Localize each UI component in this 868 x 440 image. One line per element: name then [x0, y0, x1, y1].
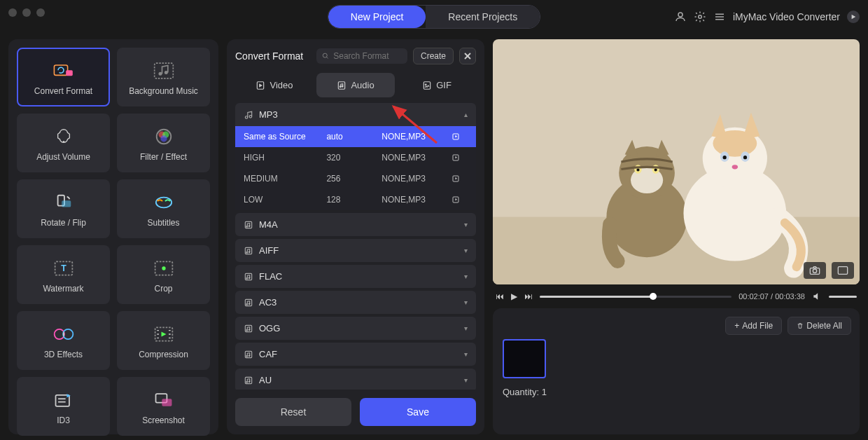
tool-crop[interactable]: Crop [117, 245, 210, 304]
format-header-ac3[interactable]: AC3▾ [235, 291, 476, 314]
chevron-down-icon: ▾ [464, 298, 468, 306]
format-name: OGG [259, 323, 280, 334]
export-icon[interactable] [451, 153, 461, 163]
format-group-ac3: AC3▾ [235, 291, 476, 314]
tab-gif[interactable]: GIF [398, 73, 476, 97]
format-group-ogg: OGG▾ [235, 317, 476, 340]
panel-title: Convert Format [235, 50, 303, 62]
chevron-down-icon: ▾ [464, 221, 468, 228]
preview-image [493, 39, 860, 284]
app-play-icon[interactable] [847, 11, 860, 23]
format-header-au[interactable]: AU▾ [235, 369, 476, 390]
search-format[interactable] [316, 48, 407, 64]
format-header-mp3[interactable]: MP3▴ [235, 103, 476, 126]
format-header-flac[interactable]: FLAC▾ [235, 265, 476, 288]
screenshot-icon [153, 390, 175, 410]
chevron-up-icon: ▴ [464, 111, 468, 118]
quantity-label: Quantity: 1 [503, 387, 850, 397]
tab-new-project[interactable]: New Project [328, 6, 426, 28]
format-header-ogg[interactable]: OGG▾ [235, 317, 476, 340]
tool-rotate[interactable]: Rotate / Flip [17, 179, 110, 238]
tool-sidebar: Convert FormatBackground MusicAdjust Vol… [8, 39, 218, 434]
tab-video[interactable]: Video [235, 73, 314, 97]
volume-slider[interactable] [829, 296, 857, 298]
quality-row[interactable]: LOW128NONE,MP3 [235, 189, 476, 210]
project-tabs: New Project Recent Projects [328, 5, 540, 29]
video-file-icon [255, 81, 265, 90]
seek-thumb[interactable] [650, 293, 657, 300]
tool-id3[interactable]: ID3 [17, 377, 110, 436]
format-accordion[interactable]: MP3▴Same as SourceautoNONE,MP3HIGH320NON… [235, 103, 476, 390]
tool-subtitles[interactable]: Subtitles [117, 179, 210, 238]
format-group-mp3: MP3▴Same as SourceautoNONE,MP3HIGH320NON… [235, 103, 476, 210]
quality-row[interactable]: HIGH320NONE,MP3 [235, 147, 476, 168]
menu-icon[interactable] [713, 11, 726, 23]
fullscreen-icon [837, 266, 848, 275]
tool-convert[interactable]: Convert Format [17, 48, 110, 106]
video-preview[interactable] [493, 39, 860, 284]
tool-screenshot[interactable]: Screenshot [117, 377, 210, 436]
export-icon[interactable] [451, 174, 461, 184]
format-group-m4a: M4A▾ [235, 213, 476, 236]
save-button[interactable]: Save [360, 398, 476, 426]
svg-line-33 [326, 57, 328, 58]
format-header-aiff[interactable]: AIFF▾ [235, 239, 476, 262]
tab-recent-projects[interactable]: Recent Projects [426, 6, 540, 28]
tool-watermark[interactable]: TWatermark [17, 245, 110, 304]
format-group-caf: CAF▾ [235, 343, 476, 366]
svg-point-40 [342, 85, 344, 87]
format-name: AU [259, 375, 272, 385]
quality-codec: NONE,MP3 [382, 174, 451, 184]
svg-point-90 [723, 156, 727, 159]
format-name: M4A [259, 219, 278, 230]
file-thumbnail[interactable] [503, 339, 546, 378]
fullscreen-button[interactable] [832, 262, 854, 279]
volume-icon[interactable] [812, 291, 822, 301]
svg-point-57 [248, 277, 250, 278]
file-actions: + Add File Delete All [725, 317, 851, 335]
play-button[interactable]: ▶ [511, 291, 517, 301]
delete-all-button[interactable]: Delete All [788, 317, 851, 335]
export-icon[interactable] [451, 132, 461, 142]
id3-icon [52, 390, 75, 410]
user-icon[interactable] [674, 11, 687, 23]
svg-point-82 [654, 168, 657, 171]
tool-music[interactable]: Background Music [117, 48, 210, 106]
svg-marker-5 [852, 15, 856, 19]
subtitles-icon [153, 193, 175, 212]
file-area: + Add File Delete All Quantity: 1 [493, 308, 860, 434]
prev-button[interactable]: ⏮ [496, 291, 504, 301]
svg-rect-38 [339, 81, 345, 89]
quality-bitrate: auto [326, 132, 382, 142]
watermark-icon: T [52, 259, 75, 278]
svg-rect-8 [154, 63, 173, 78]
tool-compress[interactable]: Compression [117, 311, 210, 370]
close-panel-button[interactable] [459, 48, 476, 64]
next-button[interactable]: ⏭ [524, 291, 533, 301]
format-header-m4a[interactable]: M4A▾ [235, 213, 476, 236]
tab-audio[interactable]: Audio [316, 73, 395, 97]
svg-rect-31 [162, 399, 172, 406]
tool-filter[interactable]: Filter / Effect [117, 114, 210, 172]
format-header-caf[interactable]: CAF▾ [235, 343, 476, 366]
filter-icon [153, 127, 175, 146]
player-controls: ⏮ ▶ ⏭ 00:02:07 / 00:03:38 [493, 291, 860, 301]
create-button[interactable]: Create [413, 48, 454, 64]
crop-icon [153, 259, 175, 278]
panel-header: Convert Format Create [235, 48, 476, 64]
format-group-flac: FLAC▾ [235, 265, 476, 288]
quality-row[interactable]: Same as SourceautoNONE,MP3 [235, 126, 476, 147]
search-format-input[interactable] [333, 51, 402, 61]
tool-3d[interactable]: 3D Effects [17, 311, 110, 370]
add-file-button[interactable]: + Add File [725, 317, 782, 335]
tool-volume[interactable]: Adjust Volume [17, 114, 110, 172]
quality-row[interactable]: MEDIUM256NONE,MP3 [235, 168, 476, 189]
settings-icon[interactable] [694, 11, 706, 23]
svg-point-63 [248, 329, 250, 330]
quality-label: HIGH [244, 153, 326, 163]
export-icon[interactable] [451, 195, 461, 205]
reset-button[interactable]: Reset [235, 398, 351, 426]
seek-bar[interactable] [540, 296, 732, 298]
snapshot-button[interactable] [804, 262, 826, 279]
tool-label: Convert Format [34, 86, 92, 96]
